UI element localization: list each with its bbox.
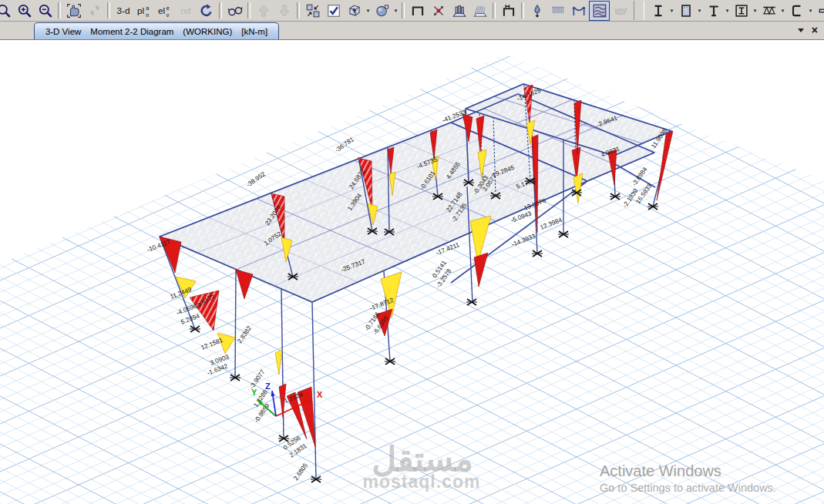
toolbar-separator: [247, 2, 251, 18]
tab-case-label: (WORKING): [183, 27, 232, 36]
view-named-icon: nd: [175, 1, 196, 21]
activate-windows-subtitle: Go to Settings to activate Windows.: [600, 482, 776, 494]
svg-text:nd: nd: [180, 5, 190, 15]
joint-loads-icon[interactable]: [526, 1, 547, 21]
section-flat-bar-icon[interactable]: [814, 1, 824, 21]
column[interactable]: [235, 270, 236, 378]
svg-text:el: el: [158, 5, 165, 15]
view-elevation-icon[interactable]: elev: [154, 1, 175, 21]
tab-view-label: 3-D View: [45, 27, 81, 36]
section-rectangular-icon[interactable]: [675, 1, 696, 21]
frame-releases-icon[interactable]: [407, 1, 428, 21]
section-channel-dropdown-icon[interactable]: ▾: [807, 2, 814, 20]
moment-value-label: 2.8382: [236, 324, 253, 344]
tab-diagram-label: Moment 2-2 Diagram: [90, 27, 173, 36]
section-channel-icon[interactable]: [786, 1, 807, 21]
application-window: 3-dplanelevnd▾▾▾▾▾▾▾▾▾ 3-D View Moment 2…: [0, 0, 824, 504]
fixed-support[interactable]: [190, 326, 200, 332]
view-3d-icon[interactable]: 3-d: [113, 1, 133, 21]
svg-text:Z: Z: [265, 381, 271, 391]
svg-text:v: v: [166, 11, 169, 18]
section-truss-icon[interactable]: [758, 1, 779, 21]
section-tee-icon[interactable]: [703, 1, 724, 21]
perspective-toggle-icon[interactable]: [224, 1, 245, 21]
frame-sections-icon[interactable]: [498, 1, 519, 21]
section-boxed-i-dropdown-icon[interactable]: ▾: [752, 2, 758, 20]
svg-text:3-d: 3-d: [116, 5, 129, 15]
svg-text:Y: Y: [251, 388, 257, 397]
toolbar-separator: [107, 2, 110, 18]
zoom-window-icon[interactable]: [0, 1, 14, 21]
object-model-icon[interactable]: [344, 1, 365, 21]
toolbar-separator: [402, 2, 405, 18]
tab-controls: ×: [798, 22, 818, 39]
svg-text:n: n: [146, 11, 149, 18]
walk-through-icon: [84, 1, 105, 21]
show-member-force-diagram-icon[interactable]: [589, 1, 610, 21]
tab-menu-icon[interactable]: [798, 29, 804, 32]
moment-value-label: -36.781: [334, 136, 355, 154]
tab-strip: 3-D View Moment 2-2 Diagram (WORKING) [k…: [0, 22, 824, 40]
set-display-options-icon[interactable]: [323, 1, 344, 21]
tab-units-label: [kN-m]: [241, 27, 267, 36]
moment-triangle: [236, 270, 253, 299]
tab-close-icon[interactable]: ×: [812, 25, 818, 35]
toolbar-separator: [297, 2, 300, 18]
moment-value-label: -1.6342: [206, 362, 229, 377]
extruded-shaded-view-icon[interactable]: [469, 1, 490, 21]
svg-text:X: X: [317, 390, 323, 399]
main-toolbar: 3-dplanelevnd▾▾▾▾▾▾▾▾▾: [0, 0, 824, 22]
moment-value-label: -38.952: [245, 170, 267, 189]
toolbar-separator: [493, 2, 496, 18]
section-i-beam-dropdown-icon[interactable]: ▾: [668, 2, 675, 20]
toolbar-separator: [219, 2, 222, 18]
zoom-in-icon[interactable]: [14, 1, 35, 21]
section-tee-dropdown-icon[interactable]: ▾: [724, 2, 731, 20]
move-up-in-list-icon: [253, 1, 274, 21]
section-i-beam-icon[interactable]: [647, 1, 668, 21]
view-plan-icon[interactable]: plan: [133, 1, 154, 21]
ground-grid: [0, 40, 824, 504]
show-forces-icon: [610, 1, 631, 21]
toolbar-separator: [58, 2, 61, 18]
moment-value-label: 12.1581: [200, 337, 224, 351]
object-model-dropdown-icon[interactable]: ▾: [365, 2, 372, 20]
frame-loads-icon[interactable]: [568, 1, 589, 21]
extruded-view-icon[interactable]: [449, 1, 469, 21]
joint-assigns-icon[interactable]: [428, 1, 449, 21]
svg-text:pl: pl: [137, 5, 144, 15]
model-canvas[interactable]: -10.411711.2449-9.9125-4.05965.289412.15…: [0, 40, 824, 504]
zoom-out-icon[interactable]: [35, 1, 55, 21]
section-truss-dropdown-icon[interactable]: ▾: [779, 2, 786, 20]
moment-triangle: [573, 173, 583, 203]
toolbar-separator: [521, 2, 524, 18]
object-shrink-toggle-icon[interactable]: [302, 1, 323, 21]
distributed-loads-icon[interactable]: [547, 1, 568, 21]
toolbar-group-divider: [634, 1, 644, 20]
draw-special-joint-dropdown-icon[interactable]: ▾: [392, 2, 399, 20]
section-boxed-i-icon[interactable]: [731, 1, 752, 21]
section-rectangular-dropdown-icon[interactable]: ▾: [696, 2, 703, 20]
activate-windows-title: Activate Windows: [600, 462, 721, 480]
move-down-in-list-icon: [274, 1, 294, 21]
model-view[interactable]: -10.411711.2449-9.9125-4.05965.289412.15…: [0, 40, 824, 504]
pan-icon[interactable]: [63, 1, 84, 21]
view-tab[interactable]: 3-D View Moment 2-2 Diagram (WORKING) [k…: [34, 22, 279, 39]
draw-special-joint-icon[interactable]: [372, 1, 392, 21]
rotate-view-icon[interactable]: [196, 1, 217, 21]
